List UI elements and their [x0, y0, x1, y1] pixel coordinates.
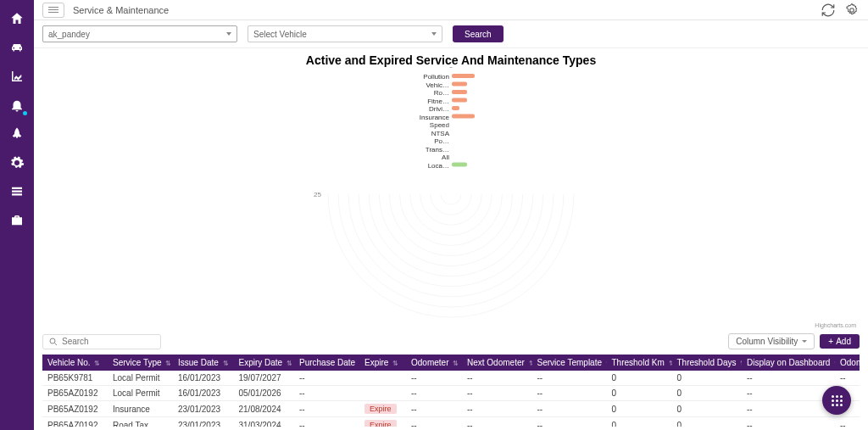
column-visibility-button[interactable]: Column Visibility — [728, 333, 815, 349]
svg-text:Pollution: Pollution — [423, 73, 449, 81]
table-row[interactable]: PB65AZ0192Local Permit16/01/202305/01/20… — [42, 386, 860, 401]
table-search[interactable] — [42, 334, 161, 349]
svg-text:Po…: Po… — [434, 137, 449, 145]
svg-rect-9 — [452, 82, 467, 87]
home-icon[interactable] — [8, 10, 25, 27]
table-toolbar: Column Visibility + Add — [42, 328, 860, 355]
chart-area: Active and Expired Service And Maintenan… — [34, 48, 868, 328]
topbar: Service & Maintenance — [34, 0, 868, 20]
svg-text:Ro…: Ro… — [434, 89, 449, 97]
column-header[interactable]: Expire ⇅ — [359, 355, 406, 371]
expire-badge: Expire — [364, 404, 397, 414]
main-content: Service & Maintenance ak_pandey Select V… — [34, 0, 868, 430]
services-table: Vehicle No. ⇅Service Type ⇅Issue Date ⇅E… — [42, 355, 860, 427]
svg-text:Drivi…: Drivi… — [429, 105, 449, 113]
svg-text:0: 0 — [449, 67, 453, 70]
table-row[interactable]: PB65K9781Local Permit16/01/202319/07/202… — [42, 371, 860, 386]
user-select[interactable]: ak_pandey — [42, 25, 237, 42]
vehicle-select[interactable]: Select Vehicle — [248, 25, 442, 42]
svg-text:Loca…: Loca… — [428, 162, 449, 170]
list-icon[interactable] — [8, 183, 25, 200]
svg-rect-7 — [452, 74, 475, 78]
settings-icon[interactable] — [844, 3, 860, 18]
svg-text:Fitne…: Fitne… — [427, 98, 449, 105]
svg-text:Insurance: Insurance — [420, 114, 450, 121]
grid-icon — [832, 395, 843, 406]
svg-text:Trans…: Trans… — [426, 146, 449, 154]
column-header[interactable]: Expiry Date ⇅ — [234, 355, 295, 371]
svg-point-25 — [50, 338, 55, 343]
polar-chart: 025PollutionVehic…Ro…Fitne…Drivi…Insuran… — [180, 67, 722, 321]
svg-text:25: 25 — [314, 191, 321, 198]
filter-bar: ak_pandey Select Vehicle Search — [34, 20, 868, 48]
svg-text:All: All — [442, 154, 449, 161]
chart-credit: Highcharts.com — [815, 322, 856, 328]
svg-rect-24 — [452, 163, 467, 167]
page-title: Service & Maintenance — [73, 5, 169, 15]
svg-rect-17 — [452, 114, 475, 119]
svg-text:Speed: Speed — [430, 121, 449, 129]
svg-point-3 — [850, 8, 854, 12]
menu-toggle-button[interactable] — [42, 3, 64, 18]
briefcase-icon[interactable] — [8, 212, 25, 229]
add-button[interactable]: + Add — [820, 334, 860, 349]
fab-button[interactable] — [822, 386, 851, 415]
sidebar — [0, 0, 34, 430]
car-icon[interactable] — [8, 39, 25, 56]
svg-rect-0 — [12, 187, 22, 189]
column-header[interactable]: Purchase Date ⇅ — [294, 355, 359, 371]
column-header[interactable]: Service Template ⇅ — [532, 355, 607, 371]
svg-rect-1 — [12, 191, 22, 193]
search-button[interactable]: Search — [453, 25, 504, 42]
column-header[interactable]: Odometer Interval ⇅ — [835, 355, 860, 371]
chart-title: Active and Expired Service And Maintenan… — [42, 53, 860, 67]
column-header[interactable]: Odometer ⇅ — [406, 355, 462, 371]
bell-icon[interactable] — [8, 97, 25, 114]
column-header[interactable]: Next Odometer ⇅ — [462, 355, 532, 371]
svg-rect-15 — [452, 106, 459, 110]
chart-icon[interactable] — [8, 68, 25, 85]
table-search-input[interactable] — [62, 337, 155, 346]
table-area: Column Visibility + Add Vehicle No. ⇅Ser… — [34, 328, 868, 430]
svg-rect-13 — [452, 98, 467, 103]
svg-text:NTSA: NTSA — [431, 130, 450, 137]
rocket-icon[interactable] — [8, 126, 25, 142]
column-header[interactable]: Service Type ⇅ — [108, 355, 173, 371]
refresh-icon[interactable] — [821, 3, 836, 18]
table-row[interactable]: PB65AZ0192Road Tax23/01/202331/03/2024--… — [42, 417, 860, 427]
column-header[interactable]: Display on Dashboard ⇅ — [742, 355, 835, 371]
expire-badge: Expire — [364, 420, 397, 427]
svg-rect-2 — [12, 193, 22, 195]
svg-rect-11 — [452, 90, 467, 94]
gear-icon[interactable] — [8, 154, 25, 171]
column-header[interactable]: Threshold Km ⇅ — [607, 355, 672, 371]
column-header[interactable]: Vehicle No. ⇅ — [42, 355, 108, 371]
column-header[interactable]: Issue Date ⇅ — [173, 355, 234, 371]
search-icon — [48, 337, 58, 347]
table-row[interactable]: PB65AZ0192Insurance23/01/202321/08/2024-… — [42, 401, 860, 417]
svg-text:Vehic…: Vehic… — [426, 81, 449, 89]
column-header[interactable]: Threshold Days ⇅ — [672, 355, 743, 371]
